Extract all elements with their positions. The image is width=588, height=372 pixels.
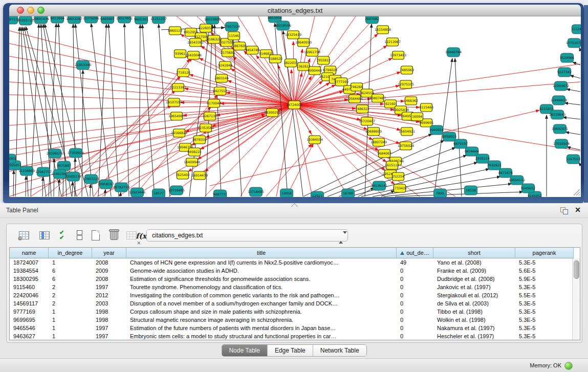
network-node[interactable]: 8958923 (442, 132, 456, 141)
network-node[interactable]: 20355725 (17, 16, 34, 25)
network-node[interactable]: 13505135 (65, 172, 81, 181)
network-node[interactable]: 12942757 (35, 167, 52, 177)
network-node[interactable]: 9487771 (213, 190, 227, 197)
select-all-icon[interactable]: ✔✔ (56, 230, 71, 243)
network-node[interactable]: 20206576 (47, 149, 63, 158)
memory-status-icon[interactable] (564, 362, 573, 370)
table-row[interactable]: 946362711997Embryonic stem cells: a mode… (10, 332, 580, 340)
new-table-icon[interactable] (89, 230, 103, 243)
network-window-titlebar[interactable]: citations_edges.txt (9, 5, 581, 16)
network-node[interactable]: 17359924 (68, 148, 84, 158)
network-node[interactable]: 3267130 (203, 112, 217, 120)
network-node[interactable]: 9529966 (560, 53, 574, 62)
network-node[interactable]: 3175685 (221, 49, 235, 57)
table-selector-dropdown[interactable]: citations_edges.txt (146, 229, 348, 242)
network-node[interactable]: 9227342 (557, 68, 572, 77)
table-row[interactable]: 2242004622012Investigating the contribut… (10, 291, 580, 299)
network-node[interactable]: 16210643 (549, 110, 565, 119)
network-node[interactable]: 9975887 (57, 161, 71, 170)
network-node[interactable]: 3822037 (284, 59, 298, 67)
network-node[interactable]: 16848784 (445, 48, 462, 57)
network-canvas[interactable]: 1872400718300295193845548860123891295552… (9, 16, 581, 197)
network-node[interactable]: 12213967 (384, 38, 401, 46)
table-row[interactable]: 1456911722003Disruption of a novel membe… (10, 299, 580, 308)
network-node[interactable]: 9245652 (521, 184, 535, 193)
network-node[interactable]: 8186328 (207, 35, 221, 43)
network-node[interactable]: 18325419 (285, 31, 301, 39)
resize-grip-icon[interactable] (574, 189, 580, 195)
network-node[interactable]: 14136141 (371, 181, 387, 190)
network-node[interactable]: 17857224 (224, 22, 240, 31)
network-node[interactable]: 7632621 (487, 161, 502, 170)
network-node[interactable]: 8860123 (168, 27, 182, 35)
network-node[interactable]: 19527802 (116, 16, 133, 23)
network-node[interactable]: 19716485 (168, 186, 185, 195)
show-column-icon[interactable] (37, 230, 52, 243)
network-node[interactable]: 18577 (153, 189, 165, 197)
network-node[interactable]: 16961758 (304, 48, 320, 56)
network-node[interactable]: 252254 (392, 172, 404, 181)
network-node[interactable]: 20691436 (33, 16, 49, 24)
network-node[interactable]: 19166822 (171, 129, 187, 137)
table-scrollbar[interactable] (572, 258, 580, 340)
network-node[interactable]: 12213383 (170, 83, 186, 92)
network-node[interactable]: 12975105 (398, 80, 414, 89)
network-node[interactable]: 9990448 (308, 67, 322, 75)
network-node[interactable]: 5226058 (199, 24, 213, 32)
scrollbar-thumb[interactable] (574, 260, 579, 279)
network-node[interactable]: 7625402 (176, 171, 190, 179)
network-node[interactable]: 1466362 (404, 97, 418, 105)
network-node[interactable]: 2867608 (232, 42, 247, 50)
column-header-year[interactable]: year (92, 248, 126, 258)
network-node[interactable]: 20564486 (346, 95, 363, 103)
network-node[interactable]: 6469907 (100, 16, 115, 24)
network-node[interactable]: 16782759 (113, 183, 129, 192)
column-header-in_degree[interactable]: in_degree (49, 248, 92, 258)
network-node[interactable]: 11546 (228, 32, 240, 40)
network-node[interactable]: 15276096 (83, 16, 99, 23)
network-node[interactable]: 3684067 (377, 149, 391, 158)
network-node[interactable]: 15751074 (566, 38, 581, 48)
network-node[interactable]: 18724007 (286, 101, 302, 109)
network-node[interactable]: 18807249 (371, 138, 387, 146)
column-header-name[interactable]: name (10, 248, 49, 258)
network-node[interactable]: 17957223 (83, 174, 99, 184)
network-node[interactable]: 9170044 (207, 99, 221, 107)
network-node[interactable]: 16409948 (184, 158, 200, 166)
column-header-out_de[interactable]: out_de… (397, 248, 433, 258)
table-row[interactable]: 977716911998Corpus callosum shape and si… (10, 308, 580, 316)
network-node[interactable]: 7895 (434, 189, 447, 197)
column-header-pagerank[interactable]: pagerank (515, 248, 574, 258)
network-node[interactable]: 2718126 (176, 69, 190, 77)
tab-node-table[interactable]: Node Table (222, 345, 267, 356)
float-window-icon[interactable] (560, 207, 568, 214)
network-node[interactable]: 19218596 (275, 21, 291, 30)
network-node[interactable]: 12093872 (553, 81, 569, 91)
tab-edge-table[interactable]: Edge Table (267, 345, 313, 356)
network-node[interactable]: 21053346 (75, 60, 91, 70)
table-row[interactable]: 969969511998Structural magnetic resonanc… (10, 316, 580, 324)
network-node[interactable]: 16788 (342, 189, 355, 197)
network-node[interactable]: 11251257 (150, 16, 167, 24)
network-node[interactable]: 6879197 (453, 139, 468, 148)
table-row[interactable]: 1872400712008Changes of HCN gene express… (10, 258, 580, 267)
network-node[interactable]: 8427552 (213, 87, 227, 95)
network-node[interactable]: 22420046 (185, 51, 202, 59)
network-node[interactable]: 12353584 (198, 124, 214, 132)
network-node[interactable]: 18300295 (264, 108, 280, 117)
network-node[interactable]: 12923446 (129, 188, 145, 197)
network-node[interactable]: 9777169 (334, 78, 349, 86)
column-header-short[interactable]: short (433, 248, 515, 258)
table-row[interactable]: 1938455462009Genome-wide association stu… (10, 267, 580, 275)
network-node[interactable]: 13718485 (248, 187, 264, 196)
unselect-rows-icon[interactable] (72, 230, 86, 243)
network-node[interactable]: 10958167 (98, 180, 114, 189)
network-node[interactable]: 2935114 (475, 154, 490, 163)
network-node[interactable]: 10688609 (365, 127, 382, 136)
network-node[interactable]: 10958 (280, 189, 293, 197)
network-node[interactable]: 93961 (175, 50, 186, 58)
network-node[interactable]: 12444418 (551, 96, 567, 105)
network-node[interactable]: 9605391 (134, 16, 148, 24)
table-row[interactable]: 946554611997Estimation of the future num… (10, 324, 580, 332)
network-node[interactable]: 7955812 (316, 56, 331, 64)
